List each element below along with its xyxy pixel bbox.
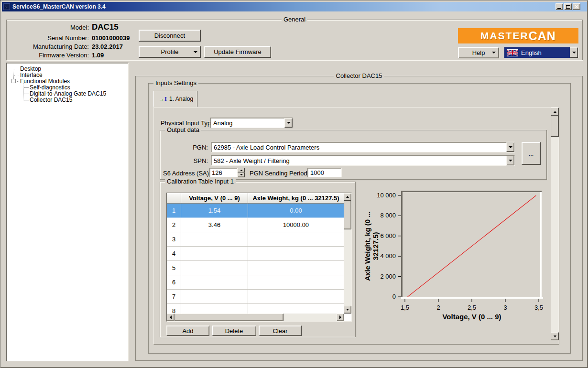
disconnect-button[interactable]: Disconnect: [139, 30, 201, 42]
table-row-3[interactable]: 3: [167, 232, 344, 247]
scroll-thumb[interactable]: [551, 116, 559, 137]
s6-address-spinner[interactable]: 126: [209, 168, 245, 177]
row-number-cell[interactable]: 6: [167, 275, 181, 290]
serial-number-value: 01001000039: [92, 34, 130, 43]
weight-cell[interactable]: [248, 261, 344, 275]
table-row-7[interactable]: 7: [167, 290, 344, 304]
weight-cell[interactable]: 0.00: [248, 204, 344, 218]
close-button[interactable]: ✕: [573, 3, 580, 10]
maximize-button[interactable]: [564, 3, 572, 10]
model-value: DAC15: [92, 22, 119, 32]
weight-cell[interactable]: [248, 304, 344, 314]
table-body: 11.540.0023.4610000.00345678: [167, 204, 344, 314]
language-select[interactable]: English: [504, 47, 578, 58]
row-number-cell[interactable]: 1: [167, 204, 181, 218]
physical-input-type-dropdown-button[interactable]: [284, 118, 293, 128]
disconnect-button-label: Disconnect: [154, 32, 185, 39]
scroll-down-button[interactable]: [344, 306, 351, 314]
scroll-thumb[interactable]: [344, 201, 351, 229]
serial-number-label: Serial Number:: [11, 34, 89, 43]
spn-value: 582 - Axle Weight / Filtering: [211, 157, 506, 164]
sending-period-input[interactable]: 1000: [307, 168, 342, 177]
add-button[interactable]: Add: [166, 325, 209, 336]
tab-analog-label: 1. Analog: [169, 96, 193, 102]
language-dropdown-button[interactable]: [570, 47, 578, 58]
voltage-cell[interactable]: [181, 232, 248, 247]
svg-text:3: 3: [503, 304, 507, 311]
voltage-cell[interactable]: [181, 290, 248, 304]
title-bar: ServiceS6_MasterCAN version 3.4 ✕: [2, 2, 587, 11]
weight-cell[interactable]: [248, 232, 344, 247]
spin-up-button[interactable]: [238, 168, 245, 173]
help-button[interactable]: Help: [458, 47, 499, 58]
spn-dropdown-button[interactable]: [506, 156, 514, 165]
voltage-cell[interactable]: [181, 247, 248, 261]
physical-input-type-select[interactable]: Analog: [210, 118, 293, 128]
update-firmware-button[interactable]: Update Firmware: [204, 46, 271, 58]
pgn-select[interactable]: 62985 - Axle Load Control Parameters: [211, 142, 515, 152]
spn-select[interactable]: 582 - Axle Weight / Filtering: [211, 155, 515, 166]
maximize-icon: [566, 5, 570, 9]
voltage-cell[interactable]: 1.54: [181, 204, 248, 218]
scroll-right-button[interactable]: [337, 314, 344, 321]
physical-input-type-label: Physical Input Type:: [161, 119, 216, 127]
minimize-button[interactable]: [555, 3, 563, 10]
table-row-8[interactable]: 8: [167, 304, 344, 314]
voltage-cell[interactable]: [181, 304, 248, 314]
weight-cell[interactable]: 10000.00: [248, 218, 344, 232]
weight-cell[interactable]: [248, 247, 344, 261]
calibration-group: Calibration Table Input 1 Voltage, V (0 …: [160, 182, 356, 337]
tree-item-collector-dac15[interactable]: Collector DAC15: [8, 97, 127, 103]
collector-group-label: Collector DAC15: [334, 72, 384, 80]
table-row-4[interactable]: 4: [167, 247, 344, 261]
table-row-5[interactable]: 5: [167, 261, 344, 275]
table-row-6[interactable]: 6: [167, 275, 344, 290]
row-number-cell[interactable]: 5: [167, 261, 181, 275]
column-header-axle-weight-kg-0-32127-5: Axle Weight, kg (0 ... 32127.5): [248, 193, 344, 204]
scroll-up-button[interactable]: [344, 193, 351, 201]
table-row-2[interactable]: 23.4610000.00: [167, 218, 344, 232]
output-data-label: Output data: [165, 126, 201, 134]
svg-text:2 000: 2 000: [380, 273, 396, 280]
delete-button-label: Delete: [225, 327, 243, 335]
voltage-cell[interactable]: [181, 261, 248, 275]
delete-button[interactable]: Delete: [212, 325, 256, 336]
column-header-row-number: [167, 193, 181, 204]
row-number-cell[interactable]: 4: [167, 247, 181, 261]
row-number-cell[interactable]: 8: [167, 304, 181, 314]
svg-text:8 000: 8 000: [380, 212, 396, 219]
row-number-cell[interactable]: 2: [167, 218, 181, 232]
pgn-dropdown-button[interactable]: [506, 142, 514, 152]
voltage-cell[interactable]: 3.46: [181, 218, 248, 232]
clear-button[interactable]: Clear: [259, 325, 302, 336]
table-hscrollbar[interactable]: [167, 314, 344, 321]
svg-text:4 000: 4 000: [380, 252, 396, 260]
spin-down-button[interactable]: [238, 173, 245, 177]
pgn-label: PGN:: [163, 144, 208, 151]
calibration-table[interactable]: Voltage, V (0 ... 9)Axle Weight, kg (0 .…: [166, 193, 352, 322]
settings-panel: Physical Input Type: Analog Output data …: [153, 107, 559, 345]
more-button[interactable]: ...: [522, 142, 541, 165]
weight-cell[interactable]: [248, 275, 344, 290]
row-number-cell[interactable]: 3: [167, 232, 181, 247]
language-value: English: [521, 49, 570, 56]
uk-flag-icon: [507, 49, 518, 56]
scroll-up-button[interactable]: [551, 108, 559, 116]
scroll-thumb[interactable]: [174, 314, 283, 321]
logo-text-accent: CAN: [529, 29, 556, 43]
weight-cell[interactable]: [248, 290, 344, 304]
manufacturing-date-label: Manufacturing Date:: [11, 43, 89, 52]
arrow-left-icon: [168, 315, 172, 319]
chevron-down-icon: [509, 160, 512, 163]
chevron-down-icon: [572, 52, 576, 55]
table-vscrollbar[interactable]: [344, 193, 351, 314]
voltage-cell[interactable]: [181, 275, 248, 290]
tab-analog[interactable]: →I 1. Analog: [153, 91, 197, 107]
app-icon: [3, 3, 10, 10]
profile-button[interactable]: Profile: [139, 46, 201, 58]
scroll-left-button[interactable]: [167, 314, 174, 321]
scroll-down-button[interactable]: [551, 332, 559, 340]
row-number-cell[interactable]: 7: [167, 290, 181, 304]
table-row-1[interactable]: 11.540.00: [167, 204, 344, 218]
panel-scrollbar[interactable]: [551, 108, 559, 340]
